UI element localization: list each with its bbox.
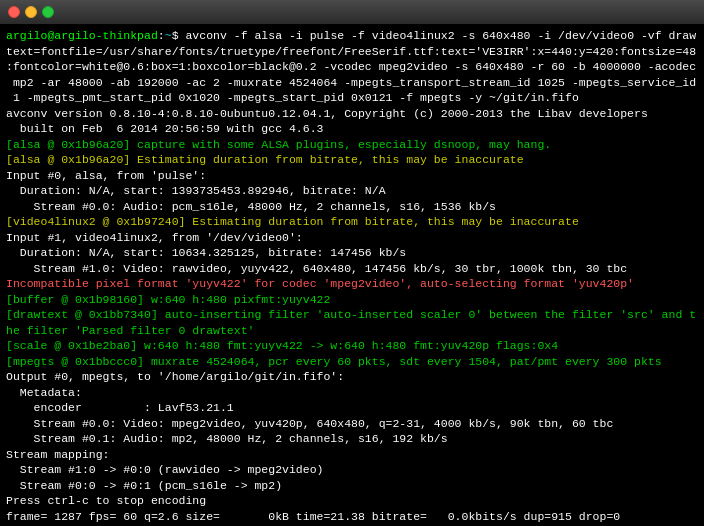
terminal-line: Input #1, video4linux2, from '/dev/video… <box>6 230 698 246</box>
terminal-line: [mpegts @ 0x1bbccc0] muxrate 4524064, pc… <box>6 354 698 370</box>
terminal-line: Stream mapping: <box>6 447 698 463</box>
terminal-line: Input #0, alsa, from 'pulse': <box>6 168 698 184</box>
terminal-line: :fontcolor=white@0.6:box=1:boxcolor=blac… <box>6 59 698 75</box>
terminal-line: Incompatible pixel format 'yuyv422' for … <box>6 276 698 292</box>
terminal-line: text=fontfile=/usr/share/fonts/truetype/… <box>6 44 698 60</box>
terminal-line: Stream #1.0: Video: rawvideo, yuyv422, 6… <box>6 261 698 277</box>
terminal-line: Stream #0.1: Audio: mp2, 48000 Hz, 2 cha… <box>6 431 698 447</box>
terminal-line: [alsa @ 0x1b96a20] capture with some ALS… <box>6 137 698 153</box>
terminal-line: argilo@argilo-thinkpad:~$ avconv -f alsa… <box>6 28 698 44</box>
terminal-line: Stream #1:0 -> #0:0 (rawvideo -> mpeg2vi… <box>6 462 698 478</box>
terminal-line: Stream #0:0 -> #0:1 (pcm_s16le -> mp2) <box>6 478 698 494</box>
maximize-button[interactable] <box>42 6 54 18</box>
terminal-line: Duration: N/A, start: 10634.325125, bitr… <box>6 245 698 261</box>
terminal-line: mp2 -ar 48000 -ab 192000 -ac 2 -muxrate … <box>6 75 698 91</box>
terminal-line: [drawtext @ 0x1bb7340] auto-inserting fi… <box>6 307 698 323</box>
terminal-line: Output #0, mpegts, to '/home/argilo/git/… <box>6 369 698 385</box>
terminal-line: 1 -mpegts_pmt_start_pid 0x1020 -mpegts_s… <box>6 90 698 106</box>
terminal-line: avconv version 0.8.10-4:0.8.10-0ubuntu0.… <box>6 106 698 122</box>
terminal-line: [buffer @ 0x1b98160] w:640 h:480 pixfmt:… <box>6 292 698 308</box>
terminal-line: Stream #0.0: Audio: pcm_s16le, 48000 Hz,… <box>6 199 698 215</box>
terminal-line: [video4linux2 @ 0x1b97240] Estimating du… <box>6 214 698 230</box>
terminal-line: frame= 1287 fps= 60 q=2.6 size= 0kB time… <box>6 509 698 525</box>
close-button[interactable] <box>8 6 20 18</box>
terminal-line: [alsa @ 0x1b96a20] Estimating duration f… <box>6 152 698 168</box>
terminal[interactable]: argilo@argilo-thinkpad:~$ avconv -f alsa… <box>0 24 704 526</box>
terminal-line: Duration: N/A, start: 1393735453.892946,… <box>6 183 698 199</box>
terminal-line: encoder : Lavf53.21.1 <box>6 400 698 416</box>
title-bar <box>0 0 704 24</box>
terminal-line: Press ctrl-c to stop encoding <box>6 493 698 509</box>
terminal-line: Stream #0.0: Video: mpeg2video, yuv420p,… <box>6 416 698 432</box>
minimize-button[interactable] <box>25 6 37 18</box>
terminal-line: [scale @ 0x1be2ba0] w:640 h:480 fmt:yuyv… <box>6 338 698 354</box>
terminal-line: built on Feb 6 2014 20:56:59 with gcc 4.… <box>6 121 698 137</box>
terminal-line: he filter 'Parsed filter 0 drawtext' <box>6 323 698 339</box>
terminal-line: Metadata: <box>6 385 698 401</box>
